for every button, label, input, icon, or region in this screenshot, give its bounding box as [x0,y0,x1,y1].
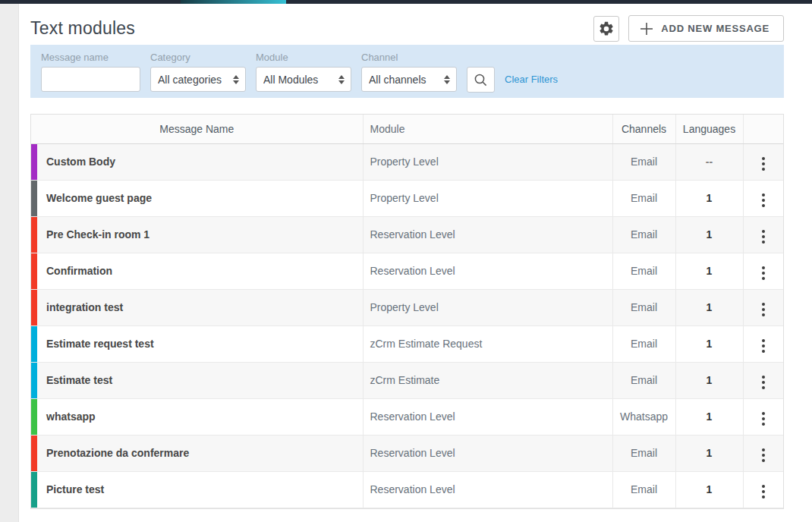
module-cell: zCrm Estimate [363,362,612,398]
table-row: whatsappReservation LevelWhatsapp1 [31,398,783,435]
main-content: Text modules ADD NEW MESSAGE Message nam… [19,4,812,522]
kebab-menu-icon[interactable] [756,300,771,319]
page-title: Text modules [30,18,135,39]
table-row: ConfirmationReservation LevelEmail1 [31,253,783,289]
channel-label: Channel [361,52,457,63]
messages-table: Message Name Module Channels Languages C… [30,114,784,509]
message-name-label: Message name [41,52,140,63]
category-label: Category [150,52,246,63]
channel-cell: Email [612,471,675,508]
languages-cell: 1 [675,216,743,253]
languages-cell: 1 [675,362,743,398]
header-module: Module [363,115,612,143]
add-new-message-button[interactable]: ADD NEW MESSAGE [628,15,784,42]
row-actions-cell [743,325,783,362]
languages-cell: 1 [675,435,743,471]
kebab-menu-icon[interactable] [756,373,771,392]
header-actions: ADD NEW MESSAGE [593,15,784,42]
module-cell: Property Level [363,143,612,180]
languages-cell: 1 [675,253,743,289]
message-name-cell: Estimate request test [31,325,363,362]
kebab-menu-icon[interactable] [756,190,771,210]
plus-icon [640,22,653,36]
row-actions-cell [743,216,783,253]
kebab-menu-icon[interactable] [756,263,771,283]
row-actions-cell [743,471,783,508]
message-name-cell: integration test [31,289,363,325]
channel-cell: Email [612,289,675,325]
page-header: Text modules ADD NEW MESSAGE [30,4,784,43]
table-row: Pre Check-in room 1Reservation LevelEmai… [31,216,783,253]
message-name-cell: Welcome guest page [31,180,363,216]
languages-cell: 1 [675,398,743,435]
channel-select[interactable]: All channels [361,67,457,92]
languages-cell: 1 [675,325,743,362]
message-name-cell: Picture test [31,471,363,508]
row-actions-cell [743,289,783,325]
table-row: Welcome guest pageProperty LevelEmail1 [31,180,783,216]
message-name-cell: Pre Check-in room 1 [31,216,363,253]
search-button[interactable] [467,67,495,93]
module-cell: zCrm Estimate Request [363,325,612,362]
table-header: Message Name Module Channels Languages [31,115,783,143]
channel-cell: Email [612,143,675,180]
row-actions-cell [743,180,783,216]
kebab-menu-icon[interactable] [756,482,771,502]
filter-module: Module All Modules [256,52,351,92]
settings-button[interactable] [593,16,619,42]
kebab-menu-icon[interactable] [756,227,771,247]
module-cell: Reservation Level [363,435,612,471]
table-row: Estimate testzCrm EstimateEmail1 [31,362,783,398]
module-cell: Property Level [363,180,612,216]
message-name-cell: Prenotazione da confermare [31,435,363,471]
module-label: Module [256,52,351,63]
category-select[interactable]: All categories [150,67,246,92]
module-cell: Reservation Level [363,471,612,508]
table-row: Picture testReservation LevelEmail1 [31,471,783,508]
table-row: integration testProperty LevelEmail1 [31,289,783,325]
kebab-menu-icon[interactable] [756,336,771,356]
filter-channel: Channel All channels [361,52,457,92]
row-actions-cell [743,435,783,471]
module-cell: Property Level [363,289,612,325]
row-actions-cell [743,362,783,398]
filter-bar: Message name Category All categories Mod… [30,45,784,98]
channel-cell: Email [612,180,675,216]
clear-filters-link[interactable]: Clear Filters [505,74,558,85]
channel-cell: Email [612,253,675,289]
channel-cell: Email [612,216,675,253]
row-actions-cell [743,398,783,435]
row-actions-cell [743,143,783,180]
kebab-menu-icon[interactable] [756,154,771,174]
top-progress-bar [0,0,812,4]
message-name-cell: Estimate test [31,362,363,398]
header-channels: Channels [612,115,675,143]
languages-cell: 1 [675,471,743,508]
row-actions-cell [743,253,783,289]
magnifier-icon [474,73,488,87]
channel-cell: Email [612,325,675,362]
table-body: Custom BodyProperty LevelEmail--Welcome … [31,143,783,508]
message-name-cell: whatsapp [31,398,363,435]
module-cell: Reservation Level [363,253,612,289]
add-new-message-label: ADD NEW MESSAGE [661,23,770,34]
channel-cell: Whatsapp [612,398,675,435]
languages-cell: -- [675,143,743,180]
filter-message-name: Message name [41,52,140,92]
kebab-menu-icon[interactable] [756,445,771,465]
table-row: Estimate request testzCrm Estimate Reque… [31,325,783,362]
kebab-menu-icon[interactable] [756,409,771,429]
left-rail [0,4,19,522]
message-name-cell: Confirmation [31,253,363,289]
languages-cell: 1 [675,180,743,216]
header-languages: Languages [675,115,743,143]
table-row: Prenotazione da confermareReservation Le… [31,435,783,471]
channel-cell: Email [612,362,675,398]
message-name-input[interactable] [41,67,140,92]
module-cell: Reservation Level [363,216,612,253]
module-cell: Reservation Level [363,398,612,435]
module-select[interactable]: All Modules [256,67,351,92]
channel-cell: Email [612,435,675,471]
top-progress-accent [181,0,286,4]
languages-cell: 1 [675,289,743,325]
